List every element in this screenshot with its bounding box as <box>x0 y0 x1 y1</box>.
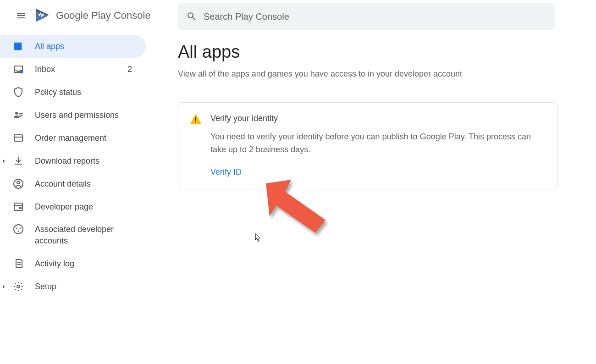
svg-point-11 <box>17 285 20 288</box>
brand-text: Google Play Console <box>56 10 151 22</box>
svg-rect-13 <box>195 121 196 122</box>
expand-icon <box>2 156 6 166</box>
svg-rect-6 <box>19 207 22 209</box>
inbox-icon <box>13 64 24 75</box>
main-content: All apps View all of the apps and games … <box>178 42 557 189</box>
users-icon <box>13 110 24 121</box>
sidebar-item-label: Order management <box>35 133 138 143</box>
sidebar-item-all-apps[interactable]: All apps <box>0 35 146 58</box>
sidebar-item-setup[interactable]: Setup <box>0 275 146 298</box>
verify-id-link[interactable]: Verify ID <box>210 167 242 176</box>
card-title: Verify your identity <box>210 114 545 123</box>
sidebar-item-label: All apps <box>35 42 138 51</box>
search-bar[interactable] <box>178 3 555 30</box>
sidebar-item-label: Developer page <box>35 202 138 212</box>
sidebar-item-label: Setup <box>35 282 138 292</box>
svg-point-0 <box>20 71 23 73</box>
product-logo[interactable]: Google Play Console <box>35 7 151 24</box>
svg-point-8 <box>16 228 17 229</box>
gear-icon <box>13 281 24 292</box>
svg-rect-12 <box>195 117 196 121</box>
search-icon <box>186 11 197 22</box>
sidebar-item-label: Account details <box>35 179 138 189</box>
page-subtitle: View all of the apps and games you have … <box>178 69 557 91</box>
svg-point-4 <box>17 181 20 184</box>
sidebar-item-inbox[interactable]: Inbox 2 <box>0 58 146 81</box>
sidebar-item-policy-status[interactable]: Policy status <box>0 81 146 104</box>
sidebar-item-label: Download reports <box>35 156 138 166</box>
sidebar-item-label: Policy status <box>35 88 138 97</box>
inbox-badge: 2 <box>127 65 132 74</box>
warning-icon <box>190 114 201 177</box>
sidebar-item-order-management[interactable]: Order management <box>0 127 146 149</box>
download-icon <box>13 155 24 166</box>
play-console-icon <box>35 7 50 24</box>
sidebar-item-label: Associated developer accounts <box>35 224 138 247</box>
hamburger-icon <box>16 10 27 21</box>
svg-rect-2 <box>14 135 22 141</box>
associated-icon <box>13 224 24 235</box>
account-icon <box>13 178 24 189</box>
svg-point-10 <box>18 231 19 232</box>
menu-button[interactable] <box>10 5 32 27</box>
card-icon <box>13 132 24 143</box>
sidebar: All apps Inbox 2 Policy status Users and… <box>0 35 146 298</box>
webpage-icon <box>13 201 24 212</box>
page-title: All apps <box>178 42 557 62</box>
sidebar-item-developer-page[interactable]: Developer page <box>0 195 146 218</box>
expand-icon <box>2 282 6 292</box>
svg-point-9 <box>20 228 21 229</box>
cursor-pointer <box>255 233 263 242</box>
apps-icon <box>13 41 23 51</box>
log-icon <box>13 258 24 269</box>
sidebar-item-download-reports[interactable]: Download reports <box>0 149 146 172</box>
sidebar-item-label: Inbox <box>35 65 127 74</box>
shield-icon <box>13 87 24 98</box>
sidebar-item-label: Activity log <box>35 259 138 269</box>
sidebar-item-label: Users and permissions <box>35 110 138 120</box>
card-text: You need to verify your identity before … <box>210 131 545 156</box>
sidebar-item-account-details[interactable]: Account details <box>0 172 146 195</box>
sidebar-item-activity-log[interactable]: Activity log <box>0 252 146 275</box>
sidebar-item-users-permissions[interactable]: Users and permissions <box>0 104 146 127</box>
sidebar-item-associated-accounts[interactable]: Associated developer accounts <box>0 218 146 252</box>
search-input[interactable] <box>204 11 546 22</box>
svg-point-1 <box>15 112 18 115</box>
verify-identity-card: Verify your identity You need to verify … <box>178 102 557 189</box>
svg-point-7 <box>14 225 23 234</box>
